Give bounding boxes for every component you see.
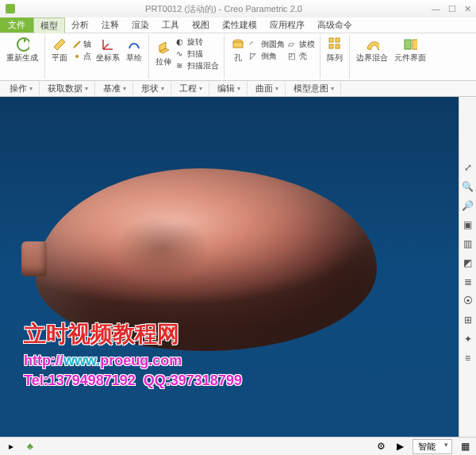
app-icon — [5, 3, 16, 14]
coords-icon[interactable]: ✦ — [461, 332, 475, 346]
tab-flex[interactable]: 柔性建模 — [216, 17, 263, 33]
ribbon-group-pattern: 阵列 — [321, 35, 350, 79]
svg-line-2 — [74, 41, 80, 48]
tab-analysis[interactable]: 分析 — [65, 17, 95, 33]
chamfer-button[interactable]: ◸倒角 — [250, 51, 285, 62]
extrude-button[interactable]: 拉伸 — [154, 40, 173, 68]
right-toolbar: ⤢🔍🔎▣▥◩≣⦿⊞✦≡ — [459, 97, 476, 437]
menubar: 文件 模型 分析 注释 渲染 工具 视图 柔性建模 应用程序 高级命令 — [0, 17, 476, 33]
axis-button[interactable]: 轴 — [72, 39, 91, 50]
sketch-icon — [127, 37, 141, 52]
sub-shape[interactable]: 形状 — [135, 82, 171, 95]
snap-icon[interactable]: ⦿ — [461, 294, 475, 308]
swblend-button[interactable]: ≋扫描混合 — [176, 60, 219, 71]
close-button[interactable]: ✕ — [464, 4, 471, 14]
watermark-title: 立时视频教程网 — [24, 319, 242, 349]
tab-view[interactable]: 视图 — [186, 17, 216, 33]
chamfer-icon: ◸ — [250, 52, 259, 61]
display-icon[interactable]: ◩ — [461, 256, 475, 270]
zoom-in-icon[interactable]: 🔍 — [461, 179, 475, 194]
sub-datum[interactable]: 基准 — [97, 82, 133, 95]
draft-button[interactable]: ▱拔模 — [288, 39, 315, 50]
zoom-fit-icon[interactable]: ⤢ — [461, 160, 475, 175]
viewport[interactable]: 立时视频教程网 http://www.proeug.com Tel:137949… — [0, 97, 459, 437]
round-icon: ◜ — [250, 40, 259, 49]
status-play-icon[interactable]: ▶ — [393, 440, 406, 453]
swblend-icon: ≋ — [176, 61, 186, 71]
minimize-button[interactable]: — — [432, 4, 440, 14]
status-tree-icon[interactable]: ♣ — [24, 440, 36, 453]
tab-render[interactable]: 渲染 — [125, 17, 155, 33]
subbar: 操作 获取数据 基准 形状 工程 编辑 曲面 模型意图 — [0, 81, 476, 97]
svg-rect-0 — [6, 4, 15, 13]
sub-edit[interactable]: 编辑 — [211, 82, 248, 95]
revolve-icon: ◐ — [176, 37, 186, 47]
pattern-icon — [328, 37, 342, 52]
svg-point-3 — [75, 55, 79, 58]
sketch-button[interactable]: 草绘 — [125, 37, 144, 64]
point-button[interactable]: 点 — [72, 51, 91, 62]
status-filter-icon[interactable]: ⚙ — [374, 440, 387, 453]
pattern-button[interactable]: 阵列 — [325, 37, 344, 64]
sub-getdata[interactable]: 获取数据 — [41, 82, 95, 95]
draft-icon: ▱ — [288, 40, 298, 49]
point-icon — [72, 52, 82, 61]
plane-button[interactable]: 平面 — [50, 37, 69, 64]
layers-icon[interactable]: ≣ — [461, 275, 475, 289]
regenerate-button[interactable]: 重新生成 — [5, 37, 40, 64]
shell-button[interactable]: ◰壳 — [288, 51, 315, 62]
svg-rect-8 — [329, 44, 333, 48]
measure-icon[interactable]: ≡ — [461, 351, 475, 365]
refit-icon[interactable]: ▣ — [461, 218, 475, 232]
ribbon-group-regen: 重新生成 — [0, 35, 45, 79]
hole-icon — [231, 37, 245, 52]
maximize-button[interactable]: ☐ — [448, 4, 456, 14]
boundary-button[interactable]: 边界混合 — [355, 37, 390, 64]
sweep-icon: ∿ — [176, 49, 186, 59]
svg-rect-11 — [413, 40, 417, 49]
svg-rect-9 — [336, 44, 340, 48]
csys-button[interactable]: 坐标系 — [94, 37, 121, 64]
ribbon-group-surface: 边界混合 元件界面 — [350, 35, 432, 79]
hole-button[interactable]: 孔 — [229, 37, 247, 64]
tab-apps[interactable]: 应用程序 — [263, 17, 311, 33]
tab-annotate[interactable]: 注释 — [95, 17, 125, 33]
window-title: PRT0012 (活动的) - Creo Parametric 2.0 — [16, 3, 432, 15]
sweep-button[interactable]: ∿扫描 — [176, 48, 219, 60]
status-end-icon[interactable]: ▦ — [459, 440, 471, 453]
svg-point-1 — [17, 38, 29, 51]
svg-rect-10 — [405, 40, 411, 49]
component-button[interactable]: 元件界面 — [393, 37, 428, 64]
regen-icon — [15, 37, 29, 52]
shell-icon: ◰ — [288, 52, 298, 61]
view-icon[interactable]: ▥ — [461, 237, 475, 251]
plane-icon — [52, 37, 67, 52]
component-icon — [403, 37, 417, 52]
regen-label: 重新生成 — [6, 52, 38, 64]
status-msg-icon[interactable]: ▸ — [5, 440, 17, 453]
ribbon-group-engineering: 孔 ◜倒圆角 ◸倒角 ▱拔模 ◰壳 — [225, 35, 321, 79]
svg-rect-5 — [233, 42, 243, 48]
revolve-button[interactable]: ◐旋转 — [176, 37, 219, 48]
svg-rect-7 — [336, 38, 340, 42]
grid-icon[interactable]: ⊞ — [461, 313, 475, 327]
svg-rect-6 — [329, 38, 333, 42]
sub-eng[interactable]: 工程 — [173, 82, 209, 95]
tab-model[interactable]: 模型 — [33, 17, 65, 33]
titlebar: PRT0012 (活动的) - Creo Parametric 2.0 — ☐ … — [0, 0, 476, 17]
axis-icon — [72, 40, 82, 49]
round-button[interactable]: ◜倒圆角 — [250, 39, 285, 50]
sub-intent[interactable]: 模型意图 — [287, 82, 341, 95]
tab-tools[interactable]: 工具 — [155, 17, 186, 33]
ribbon-group-shape: 拉伸 ◐旋转 ∿扫描 ≋扫描混合 — [149, 35, 225, 79]
watermark-url: http://www.proeug.com — [24, 353, 242, 369]
csys-icon — [101, 37, 115, 52]
selection-filter-combo[interactable]: 智能 — [413, 439, 452, 454]
sub-ops[interactable]: 操作 — [3, 82, 40, 95]
watermark: 立时视频教程网 http://www.proeug.com Tel:137949… — [24, 319, 242, 389]
zoom-out-icon[interactable]: 🔎 — [461, 199, 475, 213]
tab-advanced[interactable]: 高级命令 — [311, 17, 359, 33]
menu-file[interactable]: 文件 — [0, 17, 33, 33]
sub-surface[interactable]: 曲面 — [249, 82, 286, 95]
boundary-icon — [365, 37, 379, 52]
